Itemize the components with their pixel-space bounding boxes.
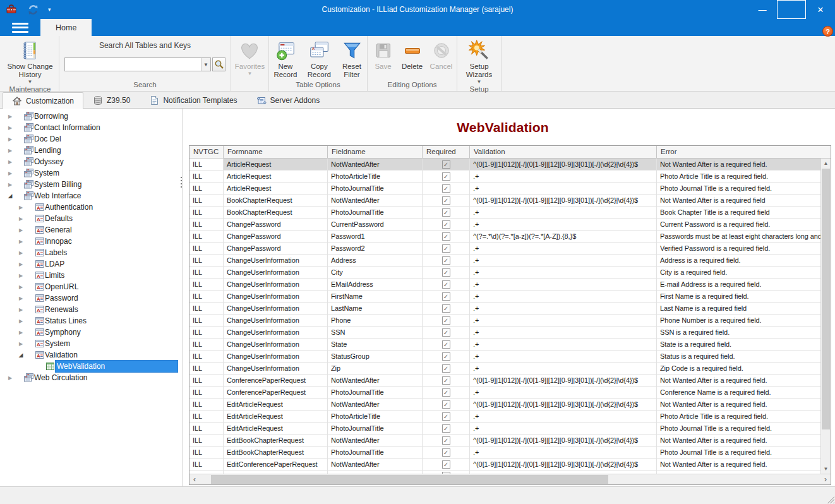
expand-icon[interactable]: ▶: [16, 273, 26, 279]
cell-nvtgc[interactable]: ILL: [189, 327, 224, 338]
required-checkbox[interactable]: ✓: [442, 208, 450, 217]
minimize-button[interactable]: —: [748, 0, 777, 19]
cell-validation[interactable]: .+: [470, 171, 657, 182]
required-checkbox[interactable]: ✓: [442, 304, 450, 313]
required-checkbox[interactable]: ✓: [442, 232, 450, 241]
required-checkbox[interactable]: ✓: [442, 184, 450, 193]
cell-validation[interactable]: .+: [470, 423, 657, 434]
required-checkbox[interactable]: ✓: [442, 424, 450, 433]
horizontal-scrollbar-thumb[interactable]: [211, 475, 608, 484]
required-checkbox[interactable]: ✓: [442, 436, 450, 445]
cell-validation[interactable]: .+: [470, 219, 657, 230]
cell-validation[interactable]: .+: [470, 279, 657, 290]
cell-formname[interactable]: ConferencePaperRequest: [224, 375, 328, 386]
cell-formname[interactable]: BookChapterRequest: [224, 195, 328, 206]
cell-nvtgc[interactable]: ILL: [189, 423, 224, 434]
expand-icon[interactable]: ▶: [16, 205, 26, 210]
tree-item-odyssey[interactable]: ▶Odyssey: [0, 156, 183, 167]
tree-item-lending[interactable]: ▶Lending: [0, 145, 183, 156]
cell-error[interactable]: Not Wanted After is a required field: [657, 195, 820, 206]
cell-required[interactable]: ✓: [423, 375, 470, 386]
expand-icon[interactable]: ▶: [5, 114, 15, 119]
cell-validation[interactable]: ^(?=.*\d)(?=.*[a-z])(?=.*[A-Z]).{8,}$: [470, 231, 657, 242]
cell-required[interactable]: ✓: [423, 279, 470, 290]
search-button[interactable]: [212, 57, 225, 71]
expand-icon[interactable]: ▶: [16, 239, 26, 244]
column-header-validation[interactable]: Validation: [470, 146, 657, 158]
cell-validation[interactable]: ^(0[1-9]|1[012])[-/](0[1-9]|[12][0-9]|3[…: [470, 435, 657, 446]
cell-nvtgc[interactable]: ILL: [189, 243, 224, 254]
cell-fieldname[interactable]: LastName: [328, 303, 423, 314]
scroll-down-icon[interactable]: ▼: [821, 464, 831, 474]
cell-required[interactable]: ✓: [423, 255, 470, 266]
cell-fieldname[interactable]: NotWantedAfter: [328, 159, 423, 170]
cell-validation[interactable]: ^(0[1-9]|1[012])[-/](0[1-9]|[12][0-9]|3[…: [470, 159, 657, 170]
cell-required[interactable]: ✓: [423, 303, 470, 314]
cell-formname[interactable]: ArticleRequest: [224, 159, 328, 170]
column-header-nvtgc[interactable]: NVTGC: [189, 146, 224, 158]
cell-validation[interactable]: .+: [470, 327, 657, 338]
cell-validation[interactable]: ^(0[1-9]|1[012])[-/](0[1-9]|[12][0-9]|3[…: [470, 459, 657, 470]
cell-nvtgc[interactable]: ILL: [189, 195, 224, 206]
cell-formname[interactable]: EditConferencePaperRequest: [224, 459, 328, 470]
required-checkbox[interactable]: ✓: [442, 364, 450, 373]
cell-nvtgc[interactable]: ILL: [189, 267, 224, 278]
cell-error[interactable]: Photo Journal Title is a required field.: [657, 447, 820, 458]
toolbox-icon[interactable]: [5, 3, 18, 16]
close-button[interactable]: ✕: [806, 0, 835, 19]
cell-validation[interactable]: ^(0[1-9]|1[012])[-/](0[1-9]|[12][0-9]|3[…: [470, 399, 657, 410]
cell-error[interactable]: Not Wanted After is a required field.: [657, 459, 820, 470]
expand-icon[interactable]: ▶: [5, 159, 15, 165]
tree-item-validation[interactable]: ◢AValidation: [0, 349, 183, 361]
cell-fieldname[interactable]: Zip: [328, 363, 423, 374]
expand-icon[interactable]: ▶: [16, 341, 26, 347]
expand-icon[interactable]: ▶: [5, 171, 15, 176]
expand-icon[interactable]: ▶: [16, 216, 26, 222]
cell-fieldname[interactable]: Password1: [328, 231, 423, 242]
required-checkbox[interactable]: ✓: [442, 352, 450, 361]
expand-icon[interactable]: ▶: [5, 125, 15, 131]
cell-nvtgc[interactable]: ILL: [189, 351, 224, 362]
cell-error[interactable]: Current Password is a required field.: [657, 219, 820, 230]
collapse-icon[interactable]: ◢: [5, 193, 15, 199]
cell-formname[interactable]: EditBookChapterRequest: [224, 435, 328, 446]
resize-grip-icon[interactable]: [826, 495, 834, 503]
cell-nvtgc[interactable]: ILL: [189, 303, 224, 314]
tree-item-authentication[interactable]: ▶AAuthentication: [0, 201, 183, 213]
maximize-button[interactable]: [777, 0, 806, 19]
splitter-handle[interactable]: [179, 177, 183, 188]
required-checkbox[interactable]: ✓: [442, 268, 450, 277]
cell-nvtgc[interactable]: ILL: [189, 387, 224, 398]
cell-fieldname[interactable]: City: [328, 267, 423, 278]
help-button[interactable]: ?: [822, 26, 833, 37]
cell-fieldname[interactable]: SSN: [328, 327, 423, 338]
cell-formname[interactable]: ArticleRequest: [224, 183, 328, 194]
cell-error[interactable]: Not Wanted After is a required field.: [657, 399, 820, 410]
required-checkbox[interactable]: ✓: [442, 292, 450, 301]
cell-nvtgc[interactable]: ILL: [189, 171, 224, 182]
cell-fieldname[interactable]: NotWantedAfter: [328, 195, 423, 206]
cell-validation[interactable]: .+: [470, 303, 657, 314]
cell-fieldname[interactable]: PhotoArticleTitle: [328, 171, 423, 182]
tree-item-system-billing[interactable]: ▶System Billing: [0, 179, 183, 190]
cell-validation[interactable]: .+: [470, 447, 657, 458]
cell-required[interactable]: ✓: [423, 411, 470, 422]
expand-icon[interactable]: ▶: [5, 148, 15, 153]
cell-nvtgc[interactable]: ILL: [189, 375, 224, 386]
cell-required[interactable]: ✓: [423, 171, 470, 182]
cell-required[interactable]: ✓: [423, 231, 470, 242]
cell-formname[interactable]: ChangePassword: [224, 243, 328, 254]
tree-item-limits[interactable]: ▶ALimits: [0, 270, 183, 281]
delete-button[interactable]: Delete: [398, 36, 427, 71]
cell-fieldname[interactable]: Address: [328, 255, 423, 266]
cell-nvtgc[interactable]: ILL: [189, 435, 224, 446]
cell-validation[interactable]: .+: [470, 315, 657, 326]
cell-validation[interactable]: .+: [470, 243, 657, 254]
required-checkbox[interactable]: ✓: [442, 376, 450, 385]
tree-item-contact-information[interactable]: ▶Contact Information: [0, 122, 183, 133]
cell-nvtgc[interactable]: ILL: [189, 279, 224, 290]
tree-item-doc-del[interactable]: ▶Doc Del: [0, 133, 183, 145]
required-checkbox[interactable]: ✓: [442, 160, 450, 169]
cell-error[interactable]: Phone Number is a required field.: [657, 315, 820, 326]
required-checkbox[interactable]: ✓: [442, 388, 450, 397]
